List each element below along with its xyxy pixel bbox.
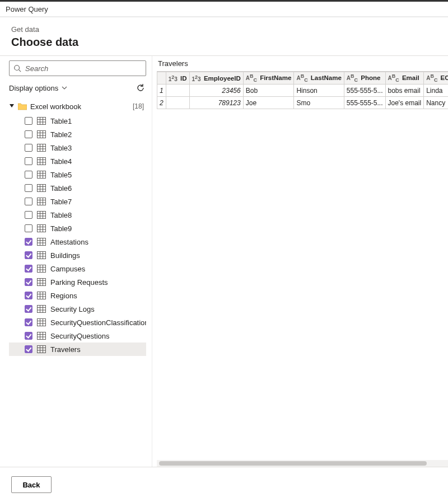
subtitle: Get data xyxy=(11,25,437,34)
tree-item[interactable]: Table3 xyxy=(9,141,146,154)
tree-item[interactable]: Campuses xyxy=(9,262,146,275)
tree-root[interactable]: Excel workbook [18] xyxy=(9,100,146,113)
table-icon xyxy=(37,144,46,152)
tree-item[interactable]: Buildings xyxy=(9,248,146,262)
svg-rect-33 xyxy=(38,198,46,205)
checkbox[interactable] xyxy=(25,345,32,353)
svg-rect-48 xyxy=(38,238,46,246)
display-options-dropdown[interactable]: Display options xyxy=(9,84,67,92)
back-button[interactable]: Back xyxy=(11,476,52,493)
tree-item-label: SecurityQuestionClassifications xyxy=(50,318,146,327)
refresh-icon xyxy=(136,83,145,92)
column-header[interactable]: 123 EmployeeID xyxy=(189,72,243,85)
column-header[interactable]: ABC FirstName xyxy=(243,72,294,85)
column-header[interactable]: ABC Phone xyxy=(344,72,385,85)
table-icon xyxy=(37,224,46,232)
table-icon xyxy=(37,251,46,259)
cell: 555-555-5... xyxy=(344,97,385,109)
search-icon xyxy=(13,64,21,72)
tree-item[interactable]: Table1 xyxy=(9,114,146,128)
tree-item[interactable]: SecurityQuestionClassifications xyxy=(9,316,146,329)
tree-item-label: Attestations xyxy=(50,238,88,246)
tree-item-label: Table7 xyxy=(50,198,72,206)
row-number-header xyxy=(157,72,166,85)
svg-rect-38 xyxy=(38,212,46,219)
tree-item[interactable]: Table9 xyxy=(9,222,146,235)
preview-title: Travelers xyxy=(157,59,448,71)
tree-item-label: Travelers xyxy=(50,345,81,354)
column-header[interactable]: ABC Email xyxy=(385,72,424,85)
search-input[interactable] xyxy=(9,60,146,76)
checkbox[interactable] xyxy=(25,117,32,125)
checkbox[interactable] xyxy=(25,130,32,138)
navigator-pane: Display options Excel workbook [18] xyxy=(0,56,152,467)
table-row[interactable]: 2789123JoeSmo555-555-5...Joe's emailNanc… xyxy=(157,97,449,109)
tree-item-label: Buildings xyxy=(50,251,80,260)
checkbox[interactable] xyxy=(25,144,32,152)
column-header[interactable]: 123 ID xyxy=(166,72,189,85)
tree-item[interactable]: Table5 xyxy=(9,168,146,181)
tree-item[interactable]: Table4 xyxy=(9,154,146,168)
column-header[interactable]: ABC LastName xyxy=(294,72,344,85)
svg-rect-53 xyxy=(38,252,46,259)
table-icon xyxy=(37,318,46,326)
horizontal-scrollbar[interactable] xyxy=(157,460,448,467)
checkbox[interactable] xyxy=(25,224,32,232)
caret-down-icon xyxy=(9,104,15,109)
checkbox[interactable] xyxy=(25,211,32,219)
table-icon xyxy=(37,305,46,313)
checkbox[interactable] xyxy=(25,278,32,286)
preview-pane: Travelers 123 ID123 EmployeeIDABC FirstN… xyxy=(152,56,448,467)
checkbox[interactable] xyxy=(25,318,32,326)
checkbox[interactable] xyxy=(25,171,32,179)
table-icon xyxy=(37,345,46,353)
page-title: Choose data xyxy=(11,36,437,49)
checkbox[interactable] xyxy=(25,265,32,273)
cell: Nancy xyxy=(424,97,448,109)
tree-item[interactable]: Table7 xyxy=(9,195,146,208)
folder-icon xyxy=(18,102,27,110)
table-icon xyxy=(37,238,46,246)
tree-item-label: Table3 xyxy=(50,144,72,152)
tree-item[interactable]: Table2 xyxy=(9,128,146,141)
window-title: Power Query xyxy=(0,2,448,17)
tree-item[interactable]: Travelers xyxy=(9,343,146,356)
checkbox[interactable] xyxy=(25,305,32,313)
refresh-button[interactable] xyxy=(135,82,146,93)
cell: bobs email xyxy=(385,85,424,97)
tree-item-label: Table1 xyxy=(50,117,72,125)
checkbox[interactable] xyxy=(25,238,32,246)
svg-rect-63 xyxy=(38,279,46,286)
svg-rect-43 xyxy=(38,225,46,232)
svg-rect-3 xyxy=(38,118,46,125)
column-header[interactable]: ABC ECFirst xyxy=(424,72,448,85)
tree-item-label: Table8 xyxy=(50,211,72,219)
tree-item[interactable]: Security Logs xyxy=(9,302,146,316)
data-grid[interactable]: 123 ID123 EmployeeIDABC FirstNameABC Las… xyxy=(157,71,448,459)
table-icon xyxy=(37,117,46,125)
checkbox[interactable] xyxy=(25,184,32,192)
tree-item-label: Table5 xyxy=(50,171,72,179)
checkbox[interactable] xyxy=(25,198,32,205)
tree-item-label: Parking Requests xyxy=(50,278,108,287)
cell: Joe's email xyxy=(385,97,424,109)
navigator-tree: Excel workbook [18] Table1Table2Table3Ta… xyxy=(9,100,146,462)
tree-item[interactable]: Parking Requests xyxy=(9,275,146,289)
tree-item[interactable]: SecurityQuestions xyxy=(9,329,146,343)
tree-item[interactable]: Regions xyxy=(9,289,146,302)
table-icon xyxy=(37,157,46,165)
table-icon xyxy=(37,130,46,138)
tree-item[interactable]: Table8 xyxy=(9,208,146,222)
svg-rect-73 xyxy=(38,306,46,313)
tree-item-label: Regions xyxy=(50,292,77,300)
checkbox[interactable] xyxy=(25,157,32,165)
tree-item[interactable]: Attestations xyxy=(9,235,146,248)
checkbox[interactable] xyxy=(25,332,32,340)
table-row[interactable]: 123456BobHinson555-555-5...bobs emailLin… xyxy=(157,85,449,97)
table-icon xyxy=(37,184,46,192)
checkbox[interactable] xyxy=(25,251,32,259)
cell: Hinson xyxy=(294,85,344,97)
svg-rect-58 xyxy=(38,265,46,273)
checkbox[interactable] xyxy=(25,292,32,299)
tree-item[interactable]: Table6 xyxy=(9,181,146,195)
